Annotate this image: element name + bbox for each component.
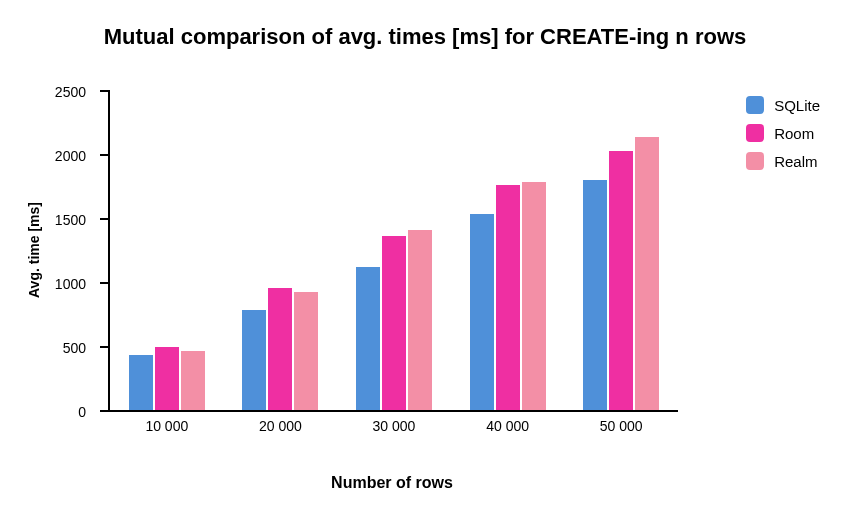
bar — [522, 182, 546, 410]
bar — [181, 351, 205, 410]
legend-item: Realm — [746, 152, 820, 170]
y-tick-label: 500 — [63, 340, 86, 356]
bar — [155, 347, 179, 410]
x-tick-label: 10 000 — [145, 418, 188, 434]
y-tick-label: 1000 — [55, 276, 86, 292]
bar — [583, 180, 607, 410]
bar — [496, 185, 520, 410]
y-tick: 0 — [100, 410, 110, 412]
bar — [470, 214, 494, 410]
bar — [635, 137, 659, 410]
bar-group — [129, 347, 205, 410]
bar — [242, 310, 266, 410]
x-tick-label: 20 000 — [259, 418, 302, 434]
bar — [382, 236, 406, 410]
y-axis-label: Avg. time [ms] — [26, 202, 42, 298]
bar-group — [356, 230, 432, 410]
legend-item: Room — [746, 124, 820, 142]
y-tick-label: 0 — [78, 404, 86, 420]
legend-label: Room — [774, 125, 814, 142]
y-tick: 1500 — [100, 218, 110, 220]
chart-title: Mutual comparison of avg. times [ms] for… — [0, 24, 850, 50]
bar — [129, 355, 153, 410]
legend-swatch — [746, 96, 764, 114]
y-tick-label: 2000 — [55, 148, 86, 164]
y-tick: 2000 — [100, 154, 110, 156]
x-tick-label: 30 000 — [373, 418, 416, 434]
y-tick: 2500 — [100, 90, 110, 92]
legend-item: SQLite — [746, 96, 820, 114]
bar-group — [242, 288, 318, 410]
legend-label: SQLite — [774, 97, 820, 114]
legend: SQLiteRoomRealm — [746, 96, 820, 180]
bar — [609, 151, 633, 410]
bar-chart: Mutual comparison of avg. times [ms] for… — [0, 0, 850, 520]
plot-area: 0500100015002000250010 00020 00030 00040… — [108, 90, 678, 412]
legend-label: Realm — [774, 153, 817, 170]
x-tick-label: 40 000 — [486, 418, 529, 434]
bar-group — [470, 182, 546, 410]
bar — [356, 267, 380, 410]
bar — [268, 288, 292, 410]
bar — [294, 292, 318, 410]
bar — [408, 230, 432, 410]
legend-swatch — [746, 124, 764, 142]
y-tick-label: 1500 — [55, 212, 86, 228]
x-axis-label: Number of rows — [108, 474, 676, 492]
y-tick: 1000 — [100, 282, 110, 284]
legend-swatch — [746, 152, 764, 170]
y-tick: 500 — [100, 346, 110, 348]
y-tick-label: 2500 — [55, 84, 86, 100]
bar-group — [583, 137, 659, 410]
x-tick-label: 50 000 — [600, 418, 643, 434]
